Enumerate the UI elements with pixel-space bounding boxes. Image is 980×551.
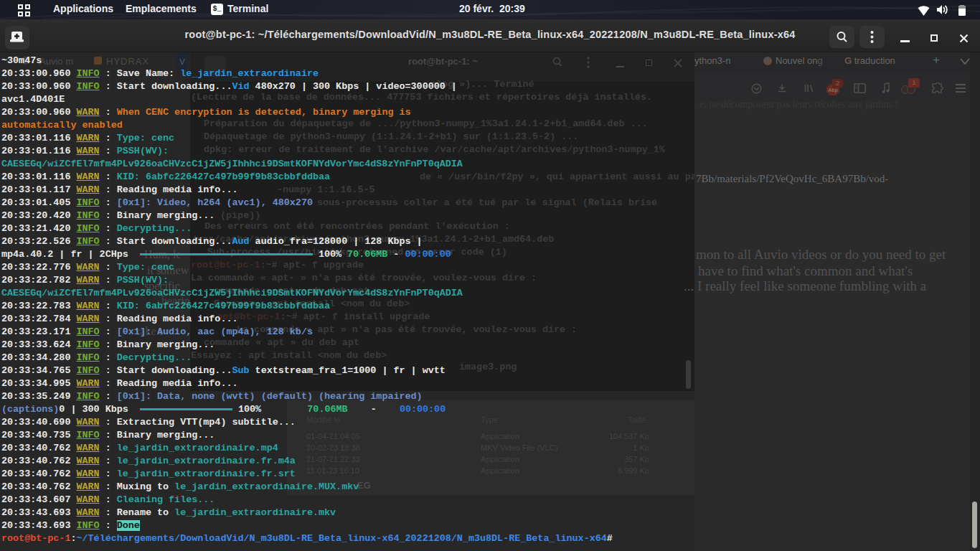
- svg-text:Abp: Abp: [828, 88, 838, 93]
